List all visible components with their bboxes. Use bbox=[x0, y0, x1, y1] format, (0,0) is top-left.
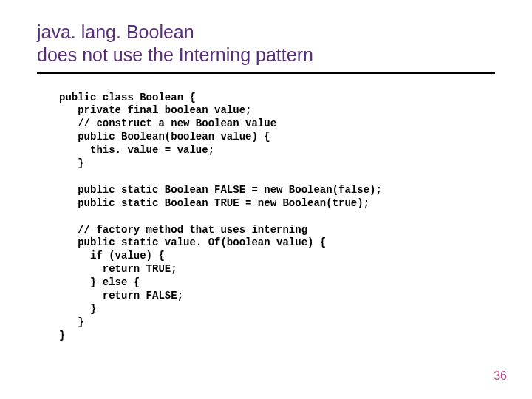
page-number: 36 bbox=[494, 369, 507, 383]
title-divider bbox=[37, 72, 495, 74]
slide: java. lang. Boolean does not use the Int… bbox=[0, 0, 532, 399]
title-line-2: does not use the Interning pattern bbox=[37, 44, 313, 65]
title-line-1: java. lang. Boolean bbox=[37, 21, 194, 42]
code-block: public class Boolean { private final boo… bbox=[59, 92, 495, 343]
slide-title: java. lang. Boolean does not use the Int… bbox=[37, 21, 495, 67]
